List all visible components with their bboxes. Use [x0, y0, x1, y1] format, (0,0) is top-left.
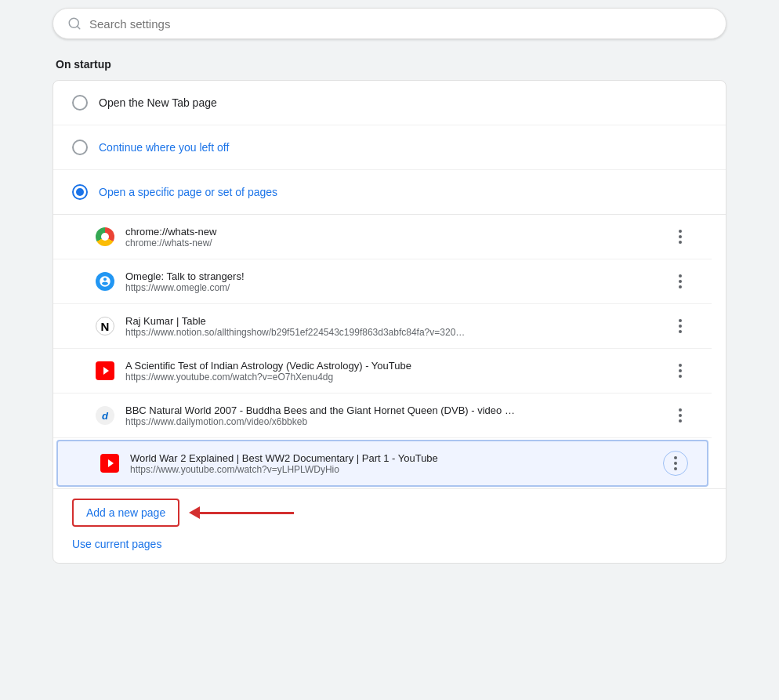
list-item: d BBC Natural World 2007 - Buddha Bees a…: [53, 394, 712, 438]
page-url: https://www.omegle.com/: [125, 282, 657, 293]
page-title: Raj Kumar | Table: [125, 315, 657, 327]
startup-options-card: Open the New Tab page Continue where you…: [53, 80, 726, 564]
page-info: BBC Natural World 2007 - Buddha Bees and…: [125, 404, 657, 427]
search-bar: [53, 8, 726, 39]
arrow-head-icon: [189, 506, 200, 519]
three-dots-icon: [679, 230, 682, 244]
page-title: World War 2 Explained | Best WW2 Documen…: [130, 452, 652, 464]
radio-label-specific: Open a specific page or set of pages: [99, 186, 277, 198]
three-dots-icon: [674, 456, 677, 470]
favicon-youtube: [96, 361, 114, 380]
page-url: https://www.notion.so/allthingshow/b29f5…: [125, 327, 657, 338]
page-title: BBC Natural World 2007 - Buddha Bees and…: [125, 404, 657, 416]
svg-marker-2: [103, 367, 109, 375]
page-menu-button[interactable]: [668, 269, 693, 294]
page-url: https://www.youtube.com/watch?v=eO7hXenu…: [125, 372, 657, 383]
page-title: chrome://whats-new: [125, 226, 657, 238]
radio-option-new-tab[interactable]: Open the New Tab page: [53, 81, 726, 125]
three-dots-icon: [679, 408, 682, 423]
arrow-annotation: [189, 506, 294, 519]
favicon-dailymotion: d: [96, 406, 114, 425]
section-title: On startup: [56, 58, 726, 71]
pages-list-container: chrome://whats-new chrome://whats-new/: [53, 214, 726, 488]
page-info: A Scientific Test of Indian Astrology (V…: [125, 360, 657, 383]
page-menu-button[interactable]: [668, 224, 693, 249]
list-item: A Scientific Test of Indian Astrology (V…: [53, 349, 712, 394]
page-menu-button-highlighted[interactable]: [663, 451, 688, 476]
pages-list[interactable]: chrome://whats-new chrome://whats-new/: [53, 215, 712, 488]
search-bar-container: [53, 8, 726, 39]
bottom-actions: Add a new page Use current pages: [53, 488, 726, 563]
page-title: Omegle: Talk to strangers!: [125, 270, 657, 282]
add-new-page-button[interactable]: Add a new page: [72, 499, 179, 527]
page-info: Omegle: Talk to strangers! https://www.o…: [125, 270, 657, 293]
page-menu-button[interactable]: [668, 403, 693, 428]
radio-circle-continue: [72, 140, 88, 155]
page-url: https://www.dailymotion.com/video/x6bbke…: [125, 416, 657, 427]
radio-label-new-tab: Open the New Tab page: [99, 96, 217, 109]
list-item: World War 2 Explained | Best WW2 Documen…: [56, 440, 708, 487]
favicon-notion: N: [96, 317, 114, 335]
radio-option-continue[interactable]: Continue where you left off: [53, 125, 726, 170]
page-info: World War 2 Explained | Best WW2 Documen…: [130, 452, 652, 475]
radio-circle-new-tab: [72, 95, 88, 111]
radio-circle-specific: [72, 184, 88, 200]
main-content: On startup Open the New Tab page Continu…: [53, 58, 726, 564]
three-dots-icon: [679, 364, 682, 378]
favicon-omegle: [96, 272, 114, 291]
page-menu-button[interactable]: [668, 314, 693, 339]
page-url: chrome://whats-new/: [125, 238, 657, 248]
page-info: chrome://whats-new chrome://whats-new/: [125, 226, 657, 248]
arrow-line: [200, 512, 294, 514]
list-item: N Raj Kumar | Table https://www.notion.s…: [53, 304, 712, 349]
use-current-pages-button[interactable]: Use current pages: [72, 530, 161, 553]
radio-option-specific[interactable]: Open a specific page or set of pages: [53, 170, 726, 214]
favicon-chrome: [96, 227, 114, 246]
search-icon: [67, 16, 82, 31]
three-dots-icon: [679, 274, 682, 288]
page-info: Raj Kumar | Table https://www.notion.so/…: [125, 315, 657, 338]
three-dots-icon: [679, 319, 682, 333]
page-url: https://www.youtube.com/watch?v=yLHPLWDy…: [130, 464, 652, 475]
page-menu-button[interactable]: [668, 358, 693, 383]
page-title: A Scientific Test of Indian Astrology (V…: [125, 360, 657, 372]
search-input[interactable]: [89, 17, 712, 31]
list-item: Omegle: Talk to strangers! https://www.o…: [53, 259, 712, 304]
favicon-youtube: [100, 454, 119, 473]
radio-label-continue: Continue where you left off: [99, 141, 229, 154]
list-item: chrome://whats-new chrome://whats-new/: [53, 215, 712, 259]
svg-marker-3: [108, 459, 114, 467]
svg-line-1: [77, 26, 79, 28]
